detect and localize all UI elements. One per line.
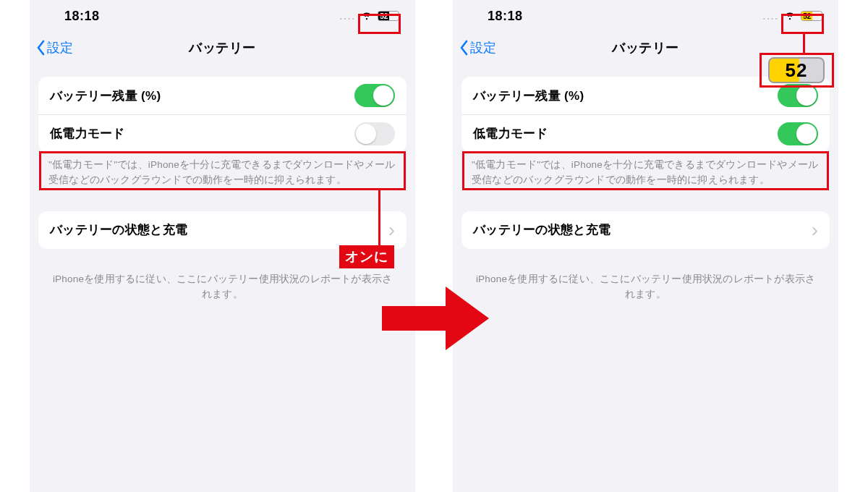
row-label: バッテリーの状態と充電: [473, 221, 610, 238]
row-label: バッテリーの状態と充電: [50, 221, 187, 238]
signal-dots-icon: ....: [340, 11, 356, 22]
statusbar-time: 18:18: [488, 9, 523, 24]
toggle-low-power-mode[interactable]: [354, 122, 395, 145]
row-battery-health[interactable]: バッテリーの状態と充電 ›: [38, 211, 407, 249]
row-label: バッテリー残量 (%): [50, 88, 161, 104]
footer-lowpower-desc: "低電力モード"では、iPhoneを十分に充電できるまでダウンロードやメール受信…: [30, 152, 415, 188]
chevron-right-icon: ›: [812, 220, 818, 240]
row-label: 低電力モード: [473, 125, 548, 142]
back-button[interactable]: 設定: [35, 39, 73, 56]
chevron-left-icon: [35, 40, 46, 56]
signal-dots-icon: ....: [763, 11, 779, 22]
nav-bar: 設定 バッテリー: [30, 32, 415, 64]
statusbar: 18:18 .... 52: [30, 0, 415, 32]
group-health: バッテリーの状態と充電 ›: [461, 211, 830, 249]
back-label: 設定: [470, 39, 496, 56]
row-label: バッテリー残量 (%): [473, 88, 584, 104]
highlight-connector: [803, 34, 805, 53]
row-low-power-mode[interactable]: 低電力モード: [461, 114, 830, 152]
footer-report-desc: iPhoneを使用するに従い、ここにバッテリー使用状況のレポートが表示されます。: [453, 266, 838, 302]
toggle-battery-percent[interactable]: [778, 84, 818, 107]
group-toggles: バッテリー残量 (%) 低電力モード: [38, 77, 407, 152]
arrow-right-icon: [378, 282, 490, 350]
footer-report-desc: iPhoneを使用するに従い、ここにバッテリー使用状況のレポートが表示されます。: [30, 266, 415, 302]
back-button[interactable]: 設定: [459, 39, 496, 56]
phone-before: 18:18 .... 52 設定 バッテリー バッテリー残量 (%): [30, 0, 415, 492]
wifi-icon: [783, 8, 796, 24]
back-label: 設定: [47, 39, 73, 56]
battery-icon: 52: [378, 11, 399, 21]
battery-zoom-icon: 52: [768, 57, 825, 83]
page-title: バッテリー: [189, 39, 256, 56]
row-label: 低電力モード: [50, 125, 125, 142]
toggle-low-power-mode[interactable]: [778, 122, 818, 145]
wifi-icon: [360, 8, 373, 24]
battery-icon: 52: [801, 11, 822, 21]
toggle-battery-percent[interactable]: [354, 84, 395, 107]
statusbar-time: 18:18: [64, 9, 100, 24]
footer-lowpower-desc: "低電力モード"では、iPhoneを十分に充電できるまでダウンロードやメール受信…: [453, 152, 838, 188]
chevron-left-icon: [459, 40, 469, 56]
group-health: バッテリーの状態と充電 ›: [38, 211, 407, 249]
highlight-connector: [378, 190, 380, 247]
group-toggles: バッテリー残量 (%) 低電力モード: [461, 77, 830, 152]
row-battery-percent[interactable]: バッテリー残量 (%): [38, 77, 407, 114]
phone-after: 18:18 .... 52 設定 バッテリー バッテリー残量 (%): [453, 0, 838, 492]
statusbar: 18:18 .... 52: [453, 0, 838, 32]
badge-turn-on: オンに: [339, 245, 394, 268]
page-title: バッテリー: [612, 39, 679, 56]
row-battery-health[interactable]: バッテリーの状態と充電 ›: [461, 211, 830, 249]
chevron-right-icon: ›: [388, 220, 395, 240]
row-low-power-mode[interactable]: 低電力モード: [38, 114, 407, 152]
